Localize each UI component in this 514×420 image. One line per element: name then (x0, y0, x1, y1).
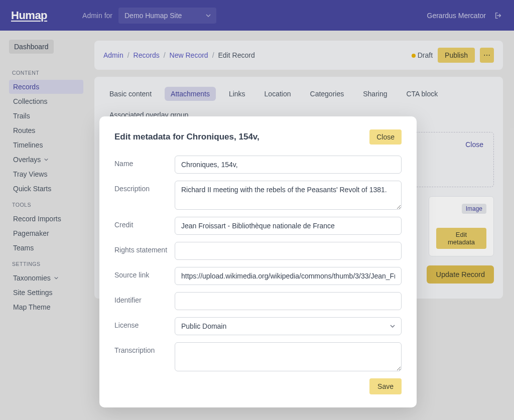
transcription-label: Transcription (114, 342, 175, 354)
license-select[interactable]: Public Domain (175, 317, 402, 335)
identifier-label: Identifier (114, 292, 175, 304)
description-label: Description (114, 181, 175, 193)
source-field[interactable] (175, 267, 402, 285)
edit-metadata-modal: Edit metadata for Chroniques, 154v, Clos… (99, 116, 417, 407)
modal-title: Edit metadata for Chroniques, 154v, (114, 132, 260, 142)
credit-field[interactable] (175, 217, 402, 235)
rights-label: Rights statement (114, 242, 175, 254)
modal-close-button[interactable]: Close (369, 129, 402, 145)
source-label: Source link (114, 267, 175, 279)
save-button[interactable]: Save (369, 378, 402, 394)
name-field[interactable] (175, 156, 402, 174)
identifier-field[interactable] (175, 292, 402, 310)
license-label: License (114, 317, 175, 329)
name-label: Name (114, 156, 175, 168)
description-field[interactable]: Richard II meeting with the rebels of th… (175, 181, 402, 210)
rights-field[interactable] (175, 242, 402, 260)
transcription-field[interactable] (175, 342, 402, 371)
credit-label: Credit (114, 217, 175, 229)
